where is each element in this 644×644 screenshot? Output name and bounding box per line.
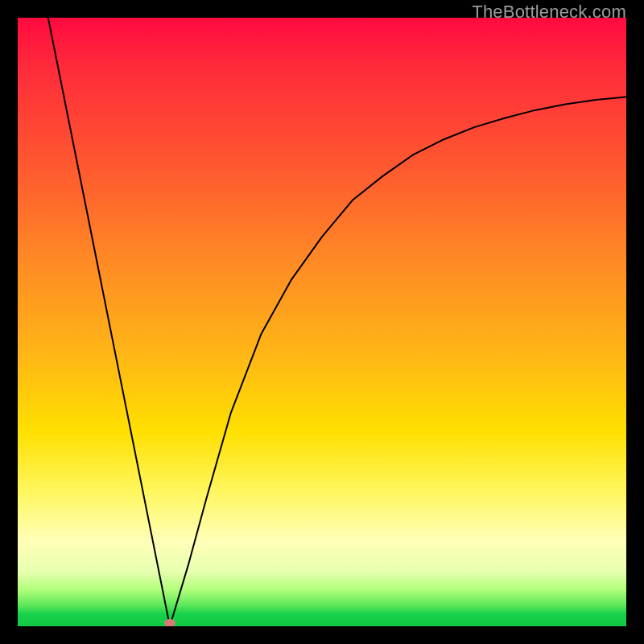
plot-area	[18, 18, 626, 626]
bottleneck-curve	[48, 18, 626, 626]
watermark-text: TheBottleneck.com	[472, 2, 626, 23]
curve-svg	[18, 18, 626, 626]
min-marker	[164, 619, 175, 626]
chart-frame: TheBottleneck.com	[0, 0, 644, 644]
